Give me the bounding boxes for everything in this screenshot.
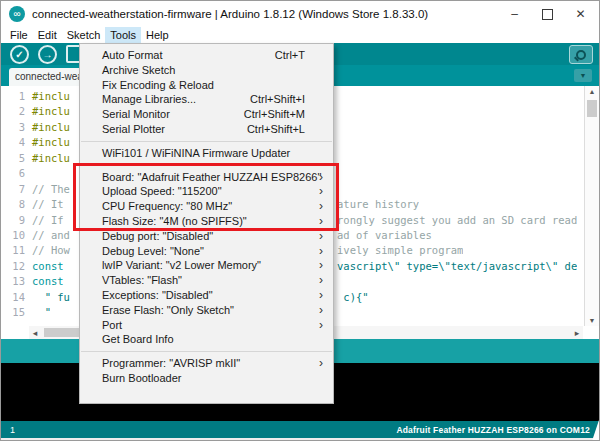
upload-button[interactable]: →: [38, 45, 57, 64]
maximize-button[interactable]: [531, 1, 564, 27]
menu-item-label: lwIP Variant: "v2 Lower Memory": [102, 259, 261, 271]
menu-file[interactable]: File: [5, 27, 33, 43]
code-fragment-right: rongly suggest you add an SD card read: [337, 213, 577, 228]
menu-item-label: Fix Encoding & Reload: [102, 79, 214, 91]
menu-sketch[interactable]: Sketch: [62, 27, 106, 43]
editor-vscrollbar[interactable]: ▲ ▼: [584, 86, 599, 326]
highlight-box: [73, 163, 339, 231]
menu-item-exceptions[interactable]: Exceptions: "Disabled"›: [80, 288, 333, 303]
menu-item-wifi-firmware-updater[interactable]: WiFi101 / WiFiNINA Firmware Updater: [80, 146, 333, 161]
maximize-icon: [542, 9, 553, 20]
line-number: 3: [1, 120, 25, 135]
submenu-arrow-icon: ›: [319, 258, 323, 273]
line-number: 2: [1, 104, 25, 119]
submenu-arrow-icon: ›: [319, 303, 323, 318]
menu-item-label: VTables: "Flash": [102, 274, 182, 286]
menu-edit[interactable]: Edit: [33, 27, 62, 43]
menu-item-label: Erase Flash: "Only Sketch": [102, 304, 234, 316]
menu-item-label: Exceptions: "Disabled": [102, 289, 213, 301]
magnifier-icon: [576, 50, 586, 60]
menu-item-label: Burn Bootloader: [102, 372, 182, 384]
scroll-right-icon[interactable]: ▸: [571, 326, 583, 339]
menu-item-serial-plotter[interactable]: Serial PlotterCtrl+Shift+L: [80, 122, 333, 137]
tab-list-button[interactable]: ▼: [574, 69, 592, 82]
menu-item-debug-level[interactable]: Debug Level: "None"›: [80, 244, 333, 259]
code-fragment-right: vascript\" type=\"text/javascript\" de: [337, 259, 577, 274]
right-arrow-icon: →: [43, 49, 53, 60]
window-title: connected-weatherstation-firmware | Ardu…: [32, 8, 428, 20]
menu-item-serial-monitor[interactable]: Serial MonitorCtrl+Shift+M: [80, 107, 333, 122]
code-fragment-left: // If: [32, 214, 64, 226]
menu-item-label: Debug Level: "None": [102, 245, 204, 257]
menu-tools[interactable]: Tools: [105, 27, 141, 43]
menu-bar: File Edit Sketch Tools Help: [1, 27, 599, 43]
code-fragment-left: // The: [32, 183, 70, 195]
line-number: 4: [1, 135, 25, 150]
line-number: 14: [1, 290, 25, 305]
menu-item-label: Serial Monitor: [102, 108, 170, 120]
line-number: 8: [1, 197, 25, 212]
menu-item-programmer[interactable]: Programmer: "AVRISP mkII"›: [80, 356, 333, 371]
code-fragment-left: const: [32, 260, 70, 272]
serial-monitor-button[interactable]: [569, 45, 593, 64]
scroll-down-icon[interactable]: ▼: [585, 317, 599, 324]
cursor-line-number: 1: [10, 425, 15, 435]
menu-item-label: Port: [102, 319, 122, 331]
menu-item-archive-sketch[interactable]: Archive Sketch: [80, 63, 333, 78]
code-fragment-right: ature history: [337, 197, 419, 212]
arduino-ide-window: ∞ connected-weatherstation-firmware | Ar…: [0, 0, 600, 441]
menu-separator: [81, 351, 332, 352]
line-number: 6: [1, 166, 25, 181]
menu-item-shortcut: Ctrl+T: [275, 48, 305, 63]
menu-item-label: Auto Format: [102, 49, 163, 61]
line-number: 11: [1, 243, 25, 258]
menu-item-burn-bootloader[interactable]: Burn Bootloader: [80, 371, 333, 386]
menu-item-shortcut: Ctrl+Shift+L: [247, 122, 305, 137]
vscroll-thumb[interactable]: [587, 100, 597, 117]
scroll-up-icon[interactable]: ▲: [585, 88, 599, 95]
menu-item-shortcut: Ctrl+Shift+M: [244, 107, 305, 122]
menu-item-label: Manage Libraries...: [102, 93, 196, 105]
menu-item-port[interactable]: Port›: [80, 318, 333, 333]
menu-item-fix-encoding-reload[interactable]: Fix Encoding & Reload: [80, 78, 333, 93]
menu-item-get-board-info[interactable]: Get Board Info: [80, 332, 333, 347]
submenu-arrow-icon: ›: [319, 288, 323, 303]
line-number: 15: [1, 305, 25, 320]
code-fragment-left: #inclu: [32, 136, 70, 148]
check-icon: ✓: [15, 49, 23, 60]
line-number: 10: [1, 228, 25, 243]
menu-item-label: Get Board Info: [102, 333, 174, 345]
code-fragment-left: #inclu: [32, 121, 70, 133]
close-button[interactable]: ✕: [564, 1, 597, 27]
menu-help[interactable]: Help: [141, 27, 174, 43]
menu-item-label: Debug port: "Disabled": [102, 230, 213, 242]
verify-button[interactable]: ✓: [10, 45, 29, 64]
line-number: 1: [1, 89, 25, 104]
menu-separator: [81, 141, 332, 142]
code-fragment-right: c){": [337, 290, 369, 305]
menu-item-vtables[interactable]: VTables: "Flash"›: [80, 273, 333, 288]
submenu-arrow-icon: ›: [319, 318, 323, 333]
menu-item-label: WiFi101 / WiFiNINA Firmware Updater: [102, 147, 290, 159]
line-number: 13: [1, 274, 25, 289]
menu-item-manage-libraries[interactable]: Manage Libraries...Ctrl+Shift+I: [80, 92, 333, 107]
menu-item-lwip-variant[interactable]: lwIP Variant: "v2 Lower Memory"›: [80, 258, 333, 273]
scroll-left-icon[interactable]: ◂: [29, 326, 41, 339]
board-port-status: Adafruit Feather HUZZAH ESP8266 on COM12: [396, 425, 590, 435]
menu-item-label: Serial Plotter: [102, 123, 165, 135]
line-number: 12: [1, 259, 25, 274]
status-bar: 1 Adafruit Feather HUZZAH ESP8266 on COM…: [1, 421, 599, 438]
code-fragment-right: ad of variables: [337, 228, 432, 243]
minimize-button[interactable]: –: [498, 1, 531, 27]
code-fragment-left: // and: [32, 229, 70, 241]
submenu-arrow-icon: ›: [319, 356, 323, 371]
menu-item-auto-format[interactable]: Auto FormatCtrl+T: [80, 48, 333, 63]
line-number: 9: [1, 213, 25, 228]
menu-item-erase-flash[interactable]: Erase Flash: "Only Sketch"›: [80, 303, 333, 318]
arduino-logo-icon: ∞: [9, 6, 25, 22]
code-fragment-left: const: [32, 275, 70, 287]
code-fragment-left: ": [32, 306, 51, 318]
menu-item-label: Archive Sketch: [102, 64, 175, 76]
line-number: 7: [1, 182, 25, 197]
code-fragment-left: // It: [32, 198, 64, 210]
